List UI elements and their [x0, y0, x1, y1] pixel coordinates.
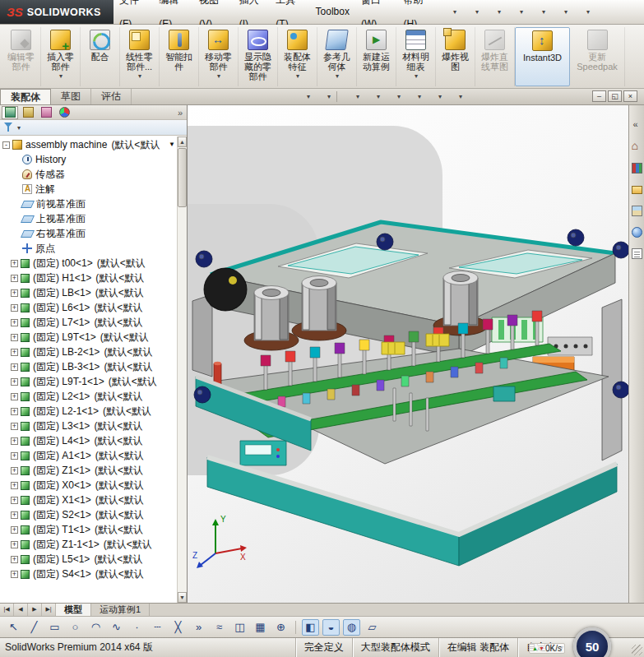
rebuild-button[interactable]: ▾	[549, 3, 569, 21]
ribbon-button-5[interactable]: 移动零部件▾	[199, 27, 239, 86]
design-library-button[interactable]	[630, 161, 643, 174]
plus-expand-icon[interactable]: +	[11, 467, 18, 474]
tree-item-top-plane[interactable]: 上视基准面	[0, 211, 177, 226]
mirror-entities-button[interactable]: ◫	[231, 619, 248, 636]
zoom-area-button[interactable]: ▾	[293, 90, 311, 103]
tree-component-4[interactable]: +(固定) L7<1>(默认<默认	[0, 315, 177, 330]
tree-item-history[interactable]: History	[0, 152, 177, 167]
edit-appearance-button[interactable]: ▾	[404, 90, 422, 103]
propertymanager-tab[interactable]	[20, 106, 36, 119]
tree-scrollbar[interactable]: ▲ ▼	[177, 136, 187, 603]
plus-expand-icon[interactable]: +	[11, 319, 18, 326]
plus-expand-icon[interactable]: +	[11, 289, 18, 297]
tab-scroll-next[interactable]: ▶	[28, 604, 42, 616]
print-button[interactable]: ▾	[505, 3, 525, 21]
options-button[interactable]: ▾	[572, 3, 591, 21]
plus-expand-icon[interactable]: +	[11, 260, 18, 267]
tab-scroll-prev[interactable]: ◀	[14, 604, 28, 616]
plus-expand-icon[interactable]: +	[11, 408, 18, 415]
model-tab-1[interactable]: 运动算例1	[91, 604, 150, 616]
configurationmanager-tab[interactable]	[38, 106, 54, 119]
view-orientation-button[interactable]: ▾	[342, 90, 360, 103]
file-explorer-button[interactable]	[630, 183, 643, 196]
arc-button[interactable]: ◠	[87, 619, 104, 636]
home-button[interactable]	[630, 140, 643, 153]
tree-component-12[interactable]: +(固定) L4<1>(默认<默认	[0, 433, 177, 448]
offset-entities-button[interactable]: ≈	[211, 619, 228, 636]
rectangle-button[interactable]: ▭	[46, 619, 63, 636]
featuremanager-tab[interactable]	[2, 106, 18, 119]
trim-entities-button[interactable]: ╳	[169, 619, 187, 636]
assembly-display-button[interactable]: ◧	[302, 619, 319, 636]
tab-scroll-last[interactable]: ▶|	[42, 604, 56, 616]
edit-component-button[interactable]: ▱	[364, 619, 381, 636]
tree-component-15[interactable]: +(固定) X0<1>(默认<默认	[0, 478, 177, 493]
centerline-button[interactable]: ┄	[149, 619, 166, 636]
tree-root-assembly[interactable]: -assembly machine(默认<默认▼	[0, 137, 177, 152]
tree-component-3[interactable]: +(固定) L6<1>(默认<默认	[0, 300, 177, 315]
convert-entities-button[interactable]: »	[190, 619, 207, 636]
displaymanager-tab[interactable]	[56, 106, 72, 119]
tree-item-right-plane[interactable]: 右视基准面	[0, 226, 177, 241]
tree-component-0[interactable]: +(固定) t00<1>(默认<默认	[0, 256, 177, 271]
tree-item-front-plane[interactable]: 前视基准面	[0, 197, 177, 211]
plus-expand-icon[interactable]: +	[11, 304, 18, 312]
restore-button[interactable]: ◱	[608, 90, 622, 102]
line-button[interactable]: ╱	[25, 619, 43, 636]
section-view-button[interactable]: ▾	[313, 90, 331, 103]
hide-show-items-button[interactable]: ▾	[383, 90, 401, 103]
ribbon-button-3[interactable]: 线性零部件...▾	[120, 27, 160, 86]
ribbon-button-7[interactable]: 装配体特征▾	[278, 27, 317, 86]
tab-评估[interactable]: 评估	[91, 89, 132, 104]
plus-expand-icon[interactable]: +	[11, 423, 18, 430]
tree-component-19[interactable]: +(固定) Z1-1<1>(默认<默认	[0, 537, 177, 552]
tree-component-18[interactable]: +(固定) T1<1>(默认<默认	[0, 522, 177, 537]
plus-expand-icon[interactable]: +	[11, 393, 18, 400]
tree-component-5[interactable]: +(固定) L9T<1>(默认<默认	[0, 330, 177, 345]
tree-component-8[interactable]: +(固定) L9T-1<1>(默认<默认	[0, 374, 177, 389]
panel-overflow-button[interactable]: »	[178, 108, 185, 118]
custom-properties-button[interactable]	[630, 247, 643, 260]
tree-component-7[interactable]: +(固定) LB-3<1>(默认<默认	[0, 359, 177, 374]
plus-expand-icon[interactable]: +	[11, 452, 18, 460]
ribbon-button-2[interactable]: 配合	[81, 27, 120, 86]
plus-expand-icon[interactable]: +	[11, 541, 18, 548]
hide-show-components-button[interactable]: ◒	[322, 619, 340, 636]
minus-expand-icon[interactable]: -	[2, 141, 10, 149]
ribbon-button-10[interactable]: 材料明细表▾	[396, 27, 436, 86]
view-settings-button[interactable]: ▾	[445, 90, 463, 103]
tree-component-13[interactable]: +(固定) A1<1>(默认<默认	[0, 448, 177, 463]
ribbon-button-1[interactable]: 插入零部件▾	[41, 27, 81, 86]
circle-button[interactable]: ○	[67, 619, 84, 636]
resize-grip[interactable]	[632, 645, 642, 655]
minimize-button[interactable]: –	[592, 90, 606, 102]
plus-expand-icon[interactable]: +	[11, 556, 18, 563]
linear-sketch-pattern-button[interactable]: ▦	[252, 619, 269, 636]
new-document-button[interactable]: ▾	[438, 3, 458, 21]
scroll-up-icon[interactable]: ▲	[178, 136, 187, 147]
ribbon-button-4[interactable]: 智能扣件	[160, 27, 199, 86]
tree-component-20[interactable]: +(固定) L5<1>(默认<默认	[0, 552, 177, 567]
move-entities-button[interactable]: ⊕	[272, 619, 290, 636]
ribbon-button-11[interactable]: 爆炸视图	[436, 27, 475, 86]
plus-expand-icon[interactable]: +	[11, 482, 18, 489]
tree-component-17[interactable]: +(固定) S2<1>(默认<默认	[0, 507, 177, 522]
tab-装配体[interactable]: 装配体	[0, 89, 51, 104]
tree-component-9[interactable]: +(固定) L2<1>(默认<默认	[0, 389, 177, 404]
tree-component-14[interactable]: +(固定) Z1<1>(默认<默认	[0, 463, 177, 478]
ribbon-button-6[interactable]: 显示隐藏的零部件	[239, 27, 278, 86]
scroll-down-icon[interactable]: ▼	[178, 592, 187, 603]
tree-item-annotations[interactable]: 注解	[0, 182, 177, 197]
select-button[interactable]: ↖	[5, 619, 22, 636]
tree-component-16[interactable]: +(固定) X1<1>(默认<默认	[0, 493, 177, 507]
graphics-viewport[interactable]: Y X Z	[188, 105, 628, 603]
plus-expand-icon[interactable]: +	[11, 511, 18, 519]
tree-component-10[interactable]: +(固定) L2-1<1>(默认<默认	[0, 404, 177, 419]
plus-expand-icon[interactable]: +	[11, 497, 18, 504]
model-tab-0[interactable]: 模型	[56, 604, 91, 616]
tree-component-21[interactable]: +(固定) S4<1>(默认<默认	[0, 567, 177, 581]
assembly-machine-model[interactable]	[192, 222, 628, 566]
flyout-arrow-icon[interactable]: ▼	[169, 141, 175, 148]
plus-expand-icon[interactable]: +	[11, 363, 18, 371]
plus-expand-icon[interactable]: +	[11, 349, 18, 356]
